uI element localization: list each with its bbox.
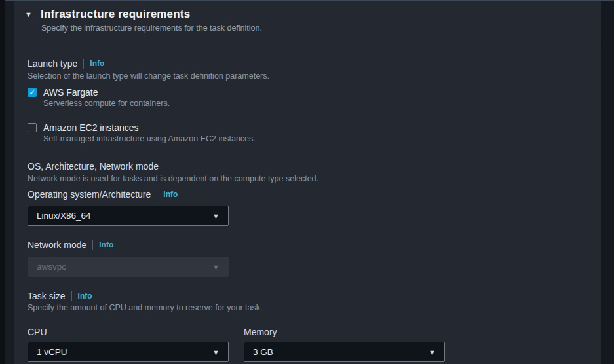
memory-label: Memory <box>244 327 445 338</box>
page-right-edge <box>601 1 614 364</box>
launch-type-label-row: Launch type Info <box>28 58 588 69</box>
cpu-value: 1 vCPU <box>37 347 67 357</box>
fargate-description: Serverless compute for containers. <box>43 99 588 109</box>
network-mode-label-row: Network mode Info <box>28 240 588 251</box>
ec2-description: Self-managed infrastructure using Amazon… <box>43 134 588 144</box>
ec2-checkbox[interactable] <box>28 123 37 132</box>
task-size-info-link[interactable]: Info <box>71 291 92 301</box>
operating-system-value: Linux/X86_64 <box>37 211 91 221</box>
os-arch-description: Network mode is used for tasks and is de… <box>28 174 588 184</box>
network-mode-label: Network mode <box>28 240 86 251</box>
network-mode-select: awsvpc ▼ <box>28 257 229 277</box>
memory-select[interactable]: 3 GB ▼ <box>244 342 445 362</box>
page-left-edge <box>0 0 5 364</box>
memory-value: 3 GB <box>253 347 273 357</box>
caret-down-icon: ▼ <box>212 212 220 220</box>
task-size-description: Specify the amount of CPU and memory to … <box>28 303 588 313</box>
os-arch-heading: OS, Architecture, Network mode <box>28 161 588 172</box>
cpu-column: CPU 1 vCPU ▼ <box>28 327 229 362</box>
task-size-columns: CPU 1 vCPU ▼ Memory 3 GB ▼ <box>28 327 588 362</box>
caret-down-icon: ▼ <box>212 263 220 271</box>
operating-system-label: Operating system/Architecture <box>28 189 151 200</box>
cpu-select[interactable]: 1 vCPU ▼ <box>28 342 229 362</box>
task-size-section: Task size Info Specify the amount of CPU… <box>28 291 588 362</box>
ec2-label[interactable]: Amazon EC2 instances <box>43 122 139 134</box>
caret-down-icon: ▼ <box>212 348 220 356</box>
network-mode-value: awsvpc <box>37 262 66 272</box>
checkmark-icon: ✓ <box>29 88 35 96</box>
task-size-label-row: Task size Info <box>28 291 588 302</box>
launch-type-option-fargate: ✓ AWS Fargate Serverless compute for con… <box>28 86 588 109</box>
collapse-triangle-icon[interactable]: ▼ <box>25 8 41 21</box>
operating-system-label-row: Operating system/Architecture Info <box>28 189 588 200</box>
fargate-option-row[interactable]: ✓ AWS Fargate <box>28 86 588 98</box>
section-header: ▼ Infrastructure requirements Specify th… <box>14 1 601 33</box>
task-size-label: Task size <box>28 291 66 302</box>
infrastructure-requirements-panel: ▼ Infrastructure requirements Specify th… <box>14 1 601 364</box>
os-arch-section: OS, Architecture, Network mode Network m… <box>28 161 588 277</box>
operating-system-info-link[interactable]: Info <box>157 190 178 200</box>
launch-type-label: Launch type <box>28 58 77 69</box>
operating-system-select[interactable]: Linux/X86_64 ▼ <box>28 206 229 226</box>
launch-type-description: Selection of the launch type will change… <box>28 71 588 81</box>
launch-type-info-link[interactable]: Info <box>83 59 104 69</box>
memory-column: Memory 3 GB ▼ <box>244 327 445 362</box>
ec2-option-row[interactable]: Amazon EC2 instances <box>28 122 588 134</box>
fargate-label[interactable]: AWS Fargate <box>43 86 98 98</box>
form-content: Launch type Info Selection of the launch… <box>14 45 601 362</box>
network-mode-info-link[interactable]: Info <box>92 240 113 250</box>
caret-down-icon: ▼ <box>429 348 436 356</box>
launch-type-option-ec2: Amazon EC2 instances Self-managed infras… <box>28 122 588 144</box>
page-title: Infrastructure requirements <box>41 7 190 21</box>
section-header-row[interactable]: ▼ Infrastructure requirements <box>25 7 601 21</box>
launch-type-field: Launch type Info Selection of the launch… <box>28 58 588 144</box>
section-subtitle: Specify the infrastructure requirements … <box>41 24 601 33</box>
cpu-label: CPU <box>28 327 229 338</box>
fargate-checkbox[interactable]: ✓ <box>28 88 37 97</box>
